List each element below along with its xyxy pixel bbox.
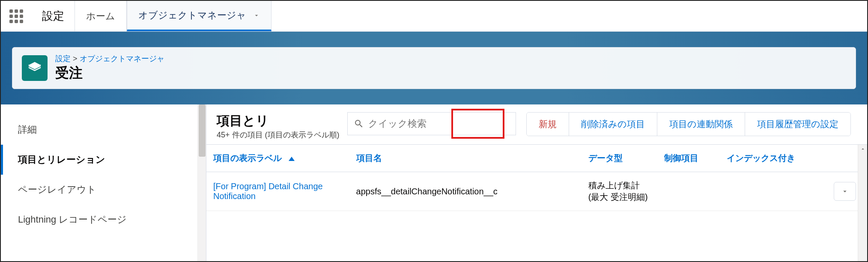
main-header: 項目とリ 45+ 件の項目 (項目の表示ラベル順) 新規 削除済みの項目 項目の… [206, 104, 867, 144]
quick-find-box[interactable] [347, 112, 516, 135]
col-api[interactable]: 項目名 [349, 145, 582, 172]
fields-table: 項目の表示ラベル 項目名 データ型 制御項目 インデックス付き [For Pro… [206, 145, 867, 211]
tab-object-manager[interactable]: オブジェクトマネージャ [127, 1, 271, 31]
col-label[interactable]: 項目の表示ラベル [206, 145, 349, 172]
field-dependencies-button[interactable]: 項目の連動関係 [657, 113, 745, 136]
fields-table-wrap: 項目の表示ラベル 項目名 データ型 制御項目 インデックス付き [For Pro… [206, 144, 867, 261]
breadcrumb-setup-link[interactable]: 設定 [55, 54, 71, 63]
sidebar-item-lightning-pages[interactable]: Lightning レコードページ [1, 205, 206, 235]
col-type[interactable]: データ型 [582, 145, 657, 172]
page-title: 受注 [55, 64, 164, 83]
sidebar-item-page-layouts[interactable]: ページレイアウト [1, 175, 206, 205]
main-scrollbar[interactable] [858, 145, 867, 261]
sidebar-scrollbar[interactable] [197, 104, 206, 261]
sidebar-item-fields[interactable]: 項目とリレーション [1, 145, 206, 175]
deleted-fields-button[interactable]: 削除済みの項目 [569, 113, 657, 136]
row-type: 積み上げ集計 (最大 受注明細) [582, 172, 657, 211]
col-controlling[interactable]: 制御項目 [657, 145, 720, 172]
table-row: [For Program] Detail Change Notification… [206, 172, 867, 211]
scroll-up-arrow-icon[interactable] [859, 146, 866, 152]
new-button[interactable]: 新規 [527, 113, 569, 136]
row-action-menu[interactable] [834, 182, 856, 201]
page-header-band: 設定 > オブジェクトマネージャ 受注 [1, 32, 867, 104]
row-api: appsfs__detailChangeNotification__c [349, 172, 582, 211]
breadcrumb-objmgr-link[interactable]: オブジェクトマネージャ [80, 54, 164, 63]
search-icon [354, 119, 364, 129]
toolbar: 新規 削除済みの項目 項目の連動関係 項目履歴管理の設定 [526, 112, 851, 136]
object-icon [22, 55, 48, 81]
app-name: 設定 [32, 1, 75, 31]
main-title: 項目とリ [217, 112, 340, 130]
app-launcher-icon[interactable] [1, 1, 32, 31]
row-indexed [720, 172, 827, 211]
chevron-down-icon [841, 188, 849, 195]
main-panel: 項目とリ 45+ 件の項目 (項目の表示ラベル順) 新規 削除済みの項目 項目の… [206, 104, 867, 261]
page-header-card: 設定 > オブジェクトマネージャ 受注 [12, 47, 856, 89]
col-indexed[interactable]: インデックス付き [720, 145, 827, 172]
quick-find-input[interactable] [368, 118, 510, 129]
breadcrumb: 設定 > オブジェクトマネージャ [55, 54, 164, 64]
tab-home[interactable]: ホーム [75, 1, 127, 31]
history-tracking-button[interactable]: 項目履歴管理の設定 [745, 113, 850, 136]
sidebar-item-detail[interactable]: 詳細 [1, 115, 206, 145]
chevron-down-icon [253, 12, 260, 19]
tab-object-manager-label: オブジェクトマネージャ [138, 9, 246, 22]
sort-asc-icon [289, 157, 295, 161]
row-label-link[interactable]: [For Program] Detail Change Notification [206, 172, 349, 211]
row-controlling [657, 172, 720, 211]
top-nav: 設定 ホーム オブジェクトマネージャ [1, 1, 867, 32]
main-subtitle: 45+ 件の項目 (項目の表示ラベル順) [217, 130, 340, 140]
sidebar: 詳細 項目とリレーション ページレイアウト Lightning レコードページ [1, 104, 206, 261]
